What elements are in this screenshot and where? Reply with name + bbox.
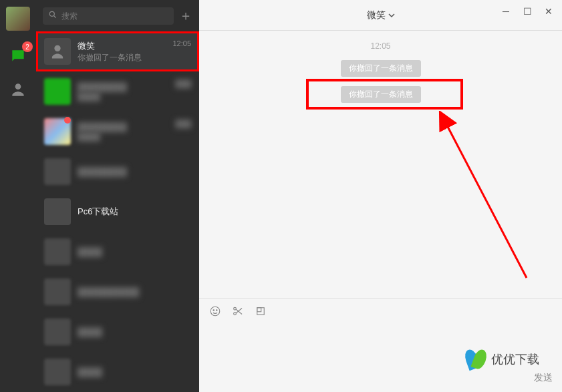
contact-avatar bbox=[44, 158, 71, 185]
contact-avatar bbox=[44, 198, 71, 225]
watermark-logo-icon bbox=[466, 349, 486, 369]
contact-avatar bbox=[44, 238, 71, 265]
svg-point-0 bbox=[49, 11, 54, 16]
system-message: 你撤回了一条消息 bbox=[341, 60, 421, 77]
chat-item[interactable]: Pc6下载站 bbox=[36, 192, 199, 232]
contact-avatar bbox=[44, 38, 71, 65]
annotation-arrow-icon bbox=[433, 111, 533, 284]
send-button[interactable]: 发送 bbox=[534, 372, 553, 384]
svg-point-4 bbox=[213, 310, 215, 311]
contact-avatar bbox=[44, 78, 71, 105]
search-icon bbox=[48, 10, 57, 22]
chat-item[interactable]: ██████████ bbox=[36, 272, 199, 312]
svg-point-3 bbox=[210, 307, 220, 316]
nav-rail: 2 bbox=[0, 0, 36, 392]
watermark: 优优下载 bbox=[466, 349, 539, 369]
message-timestamp: 12:05 bbox=[370, 41, 390, 51]
new-chat-button[interactable]: ＋ bbox=[179, 7, 192, 25]
svg-line-9 bbox=[236, 309, 242, 314]
unread-badge: 2 bbox=[22, 41, 33, 52]
chat-main: 微笑 ─ ☐ ✕ 12:05 你撤回了一条消息 你撤回了一条消息 bbox=[199, 0, 562, 392]
minimize-button[interactable]: ─ bbox=[497, 4, 515, 19]
chat-item[interactable]: ████ bbox=[36, 232, 199, 272]
chat-title[interactable]: 微笑 bbox=[367, 9, 395, 21]
chat-item-time: 12:05 bbox=[172, 39, 191, 47]
chat-item[interactable]: ████ bbox=[36, 312, 199, 352]
svg-rect-10 bbox=[257, 308, 265, 315]
scissors-icon[interactable] bbox=[231, 305, 245, 318]
chat-item[interactable]: ████████████ ███ bbox=[36, 112, 199, 152]
chat-title-label: 微笑 bbox=[367, 9, 386, 21]
close-button[interactable]: ✕ bbox=[539, 4, 558, 19]
titlebar: 微笑 ─ ☐ ✕ bbox=[199, 0, 562, 31]
chat-tab-icon[interactable]: 2 bbox=[6, 44, 30, 68]
unread-dot-icon bbox=[64, 117, 71, 124]
svg-line-2 bbox=[446, 124, 527, 278]
maximize-button[interactable]: ☐ bbox=[518, 4, 537, 19]
chat-item-selected[interactable]: 微笑 你撤回了一条消息 12:05 bbox=[36, 31, 199, 71]
watermark-text: 优优下载 bbox=[491, 351, 539, 367]
svg-line-1 bbox=[54, 15, 56, 17]
contact-avatar bbox=[44, 359, 71, 385]
file-icon[interactable] bbox=[254, 305, 267, 318]
emoji-icon[interactable] bbox=[208, 305, 222, 318]
search-input[interactable] bbox=[61, 11, 168, 21]
contact-avatar bbox=[44, 319, 71, 345]
system-message: 你撤回了一条消息 bbox=[341, 86, 421, 103]
contacts-tab-icon[interactable] bbox=[6, 77, 30, 102]
chat-list: 微笑 你撤回了一条消息 12:05 ████████████ ███ █████… bbox=[36, 31, 199, 392]
chat-item-preview: 你撤回了一条消息 bbox=[78, 52, 191, 63]
message-area: 12:05 你撤回了一条消息 你撤回了一条消息 bbox=[199, 31, 562, 299]
user-avatar[interactable] bbox=[6, 7, 30, 31]
sidebar: ＋ 微笑 你撤回了一条消息 12:05 ████████████ ███ bbox=[36, 0, 199, 392]
compose-area[interactable]: 发送 bbox=[199, 299, 562, 392]
svg-point-5 bbox=[217, 310, 218, 311]
contact-avatar bbox=[44, 278, 71, 305]
chevron-down-icon bbox=[388, 12, 395, 19]
chat-item[interactable]: ████ bbox=[36, 352, 199, 392]
svg-line-8 bbox=[236, 309, 242, 315]
search-input-wrap[interactable] bbox=[43, 7, 174, 25]
svg-rect-11 bbox=[257, 308, 261, 312]
chat-item-title: Pc6下载站 bbox=[78, 206, 191, 218]
chat-item[interactable]: ████████████ ███ bbox=[36, 71, 199, 112]
chat-item[interactable]: ████████ bbox=[36, 152, 199, 192]
